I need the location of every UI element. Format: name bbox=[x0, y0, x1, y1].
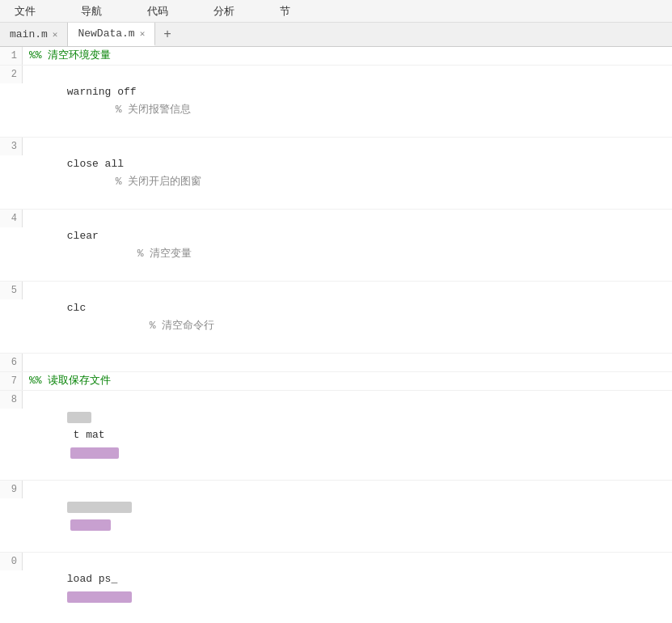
line-num-9: 9 bbox=[0, 481, 23, 498]
tab-main-close[interactable]: ✕ bbox=[53, 29, 58, 40]
code-line-9: 9 bbox=[0, 481, 672, 553]
code-line-2: 2 warning off % 关闭报警信息 bbox=[0, 66, 672, 138]
menu-bar: 文件 导航 代码 分析 节 bbox=[0, 0, 672, 23]
menu-nav[interactable]: 导航 bbox=[74, 2, 108, 20]
line-1-content: %% 清空环境变量 bbox=[23, 47, 672, 65]
line-num-4: 4 bbox=[0, 210, 23, 227]
tab-newdata[interactable]: NewData.m ✕ bbox=[68, 23, 155, 46]
line-5-content: clc % 清空命令行 bbox=[23, 282, 672, 353]
code-line-8: 8 t mat bbox=[0, 391, 672, 481]
code-area: 1 %% 清空环境变量 2 warning off % 关闭报警信息 3 clo… bbox=[0, 47, 672, 623]
tab-newdata-label: NewData.m bbox=[78, 28, 134, 40]
line-9-content bbox=[23, 481, 672, 552]
code-line-6: 6 bbox=[0, 354, 672, 372]
line-8-content: t mat bbox=[23, 391, 672, 480]
code-line-7: 7 %% 读取保存文件 bbox=[0, 372, 672, 391]
code-line-5: 5 clc % 清空命令行 bbox=[0, 282, 672, 354]
line-num-10: 0 bbox=[0, 553, 23, 570]
code-line-10: 0 load ps_ bbox=[0, 553, 672, 623]
line-4-content: clear % 清空变量 bbox=[23, 210, 672, 281]
code-line-4: 4 clear % 清空变量 bbox=[0, 210, 672, 282]
line-num-2: 2 bbox=[0, 66, 23, 83]
line-7-content: %% 读取保存文件 bbox=[23, 372, 672, 390]
menu-code[interactable]: 代码 bbox=[141, 2, 175, 20]
tab-newdata-close[interactable]: ✕ bbox=[140, 28, 146, 39]
tab-main[interactable]: main.m ✕ bbox=[0, 23, 68, 46]
line-num-8: 8 bbox=[0, 391, 23, 409]
line-10-content: load ps_ bbox=[23, 553, 672, 623]
line-6-content bbox=[23, 354, 672, 371]
line-num-3: 3 bbox=[0, 138, 23, 155]
line-num-6: 6 bbox=[0, 354, 23, 371]
menu-analyze[interactable]: 分析 bbox=[207, 2, 241, 20]
line-num-5: 5 bbox=[0, 282, 23, 299]
code-line-1: 1 %% 清空环境变量 bbox=[0, 47, 672, 66]
menu-section[interactable]: 节 bbox=[273, 2, 297, 20]
tab-bar: main.m ✕ NewData.m ✕ + bbox=[0, 23, 672, 47]
line-3-content: close all % 关闭开启的图窗 bbox=[23, 138, 672, 209]
line-2-content: warning off % 关闭报警信息 bbox=[23, 66, 672, 137]
menu-file[interactable]: 文件 bbox=[8, 2, 42, 20]
line-num-1: 1 bbox=[0, 47, 23, 65]
code-line-3: 3 close all % 关闭开启的图窗 bbox=[0, 138, 672, 210]
tab-main-label: main.m bbox=[10, 28, 48, 40]
line-num-7: 7 bbox=[0, 372, 23, 390]
tab-add-button[interactable]: + bbox=[155, 28, 180, 42]
